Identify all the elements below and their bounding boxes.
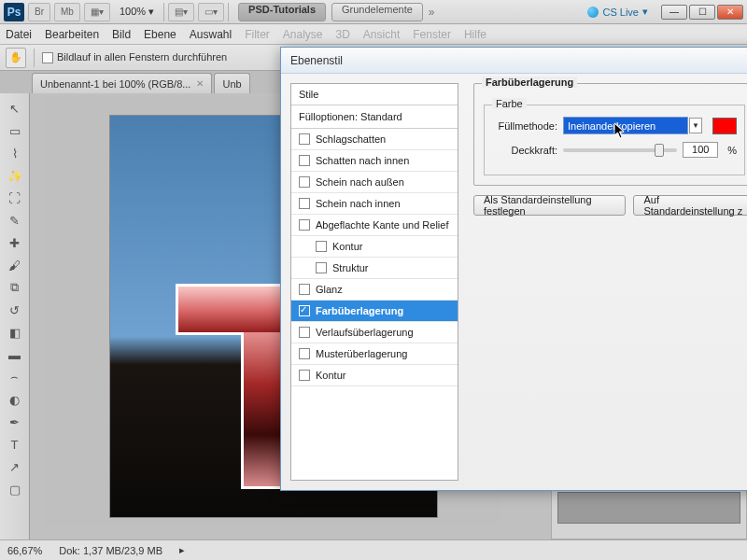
menu-bild[interactable]: Bild — [112, 28, 131, 41]
hand-tool-icon[interactable]: ✋ — [6, 48, 26, 68]
crop-tool-icon[interactable]: ⛶ — [2, 188, 28, 208]
document-tab[interactable]: Unb — [214, 73, 249, 93]
menu-filter[interactable]: Filter — [245, 28, 270, 41]
view-arrange-button[interactable]: ▦▾ — [84, 3, 110, 21]
divider — [228, 3, 229, 21]
menu-ebene[interactable]: Ebene — [144, 28, 176, 41]
divider — [34, 49, 35, 67]
dodge-tool-icon[interactable]: ◐ — [2, 389, 28, 410]
workspace-tab-active[interactable]: PSD-Tutorials — [238, 3, 326, 21]
blend-mode-label: Füllmethode: — [492, 120, 557, 132]
marquee-tool-icon[interactable]: ▭ — [2, 120, 28, 141]
divider — [163, 3, 164, 21]
dialog-titlebar[interactable]: Ebenenstil — [281, 48, 747, 74]
eraser-tool-icon[interactable]: ◧ — [2, 322, 28, 343]
style-texture[interactable]: Struktur — [291, 258, 458, 279]
scroll-all-checkbox[interactable]: Bildlauf in allen Fenstern durchführen — [42, 51, 227, 63]
workspace-tab[interactable]: Grundelemente — [331, 3, 423, 21]
zoom-percent[interactable]: 66,67% — [7, 545, 42, 556]
minimize-button[interactable]: — — [661, 5, 687, 20]
doc-size-display[interactable]: Dok: 1,37 MB/23,9 MB — [59, 545, 162, 556]
menu-bar: Datei Bearbeiten Bild Ebene Auswahl Filt… — [0, 24, 747, 45]
blend-mode-combo[interactable]: Ineinanderkopieren ▼ — [563, 117, 688, 134]
style-inner-shadow[interactable]: Schatten nach innen — [291, 150, 458, 172]
cs-live-button[interactable]: CS Live ▾ — [587, 6, 648, 18]
stamp-tool-icon[interactable]: ⧉ — [2, 277, 28, 298]
style-inner-glow[interactable]: Schein nach innen — [291, 193, 458, 215]
menu-hilfe[interactable]: Hilfe — [464, 28, 486, 41]
screenmode-button[interactable]: ▭▾ — [198, 3, 224, 21]
shape-tool-icon[interactable]: ▢ — [2, 479, 28, 499]
color-overlay-section: Farbüberlagerung Farbe Füllmethode: Inei… — [473, 83, 747, 186]
zoom-display[interactable]: 100% ▾ — [114, 6, 160, 18]
toolbox: ↖ ▭ ⌇ ✨ ⛶ ✎ ✚ 🖌 ⧉ ↺ ◧ ▬ ⌢ ◐ ✒ T ↗ ▢ — [0, 93, 30, 539]
styles-header[interactable]: Stile — [291, 84, 458, 105]
status-menu-icon[interactable]: ▸ — [179, 544, 185, 556]
workspace-more-icon[interactable]: » — [429, 6, 435, 19]
style-satin[interactable]: Glanz — [291, 279, 458, 301]
opacity-slider[interactable] — [563, 148, 677, 152]
blend-options-row[interactable]: Fülloptionen: Standard — [291, 105, 458, 129]
wand-tool-icon[interactable]: ✨ — [2, 165, 28, 186]
opacity-input[interactable]: 100 — [683, 142, 718, 158]
opacity-label: Deckkraft: — [492, 145, 557, 156]
style-color-overlay[interactable]: Farbüberlagerung — [291, 301, 458, 322]
gradient-tool-icon[interactable]: ▬ — [2, 344, 28, 365]
cs-live-icon — [587, 7, 599, 18]
menu-ansicht[interactable]: Ansicht — [363, 28, 400, 41]
chevron-down-icon[interactable]: ▼ — [689, 118, 702, 133]
eyedropper-tool-icon[interactable]: ✎ — [2, 210, 28, 231]
document-tab[interactable]: Unbenannt-1 bei 100% (RGB/8...✕ — [32, 73, 212, 93]
percent-label: % — [727, 145, 737, 156]
layer-style-dialog: Ebenenstil Stile Fülloptionen: Standard … — [280, 47, 747, 491]
menu-analyse[interactable]: Analyse — [283, 28, 323, 41]
style-gradient-overlay[interactable]: Verlaufsüberlagerung — [291, 322, 458, 343]
type-tool-icon[interactable]: T — [2, 434, 28, 455]
extras-button[interactable]: ▤▾ — [168, 3, 194, 21]
close-tab-icon[interactable]: ✕ — [196, 78, 204, 89]
path-tool-icon[interactable]: ↗ — [2, 456, 28, 477]
reset-default-button[interactable]: Auf Standardeinstellung z — [633, 195, 747, 216]
heal-tool-icon[interactable]: ✚ — [2, 232, 28, 253]
color-group: Farbe Füllmethode: Ineinanderkopieren ▼ … — [484, 105, 745, 175]
style-contour[interactable]: Kontur — [291, 236, 458, 258]
style-stroke[interactable]: Kontur — [291, 365, 458, 386]
minibridge-button[interactable]: Mb — [54, 3, 80, 21]
history-brush-icon[interactable]: ↺ — [2, 300, 28, 320]
overlay-color-swatch[interactable] — [712, 118, 737, 134]
style-outer-glow[interactable]: Schein nach außen — [291, 172, 458, 193]
style-bevel[interactable]: Abgeflachte Kante und Relief — [291, 215, 458, 236]
maximize-button[interactable]: ☐ — [689, 5, 715, 20]
app-title-bar: Ps Br Mb ▦▾ 100% ▾ ▤▾ ▭▾ PSD-Tutorials G… — [0, 0, 747, 24]
brush-tool-icon[interactable]: 🖌 — [2, 255, 28, 275]
menu-bearbeiten[interactable]: Bearbeiten — [45, 28, 99, 41]
section-title: Farbüberlagerung — [482, 77, 577, 88]
menu-auswahl[interactable]: Auswahl — [190, 28, 232, 41]
menu-datei[interactable]: Datei — [6, 28, 32, 41]
styles-list: Stile Fülloptionen: Standard Schlagschat… — [290, 83, 458, 481]
status-bar: 66,67% Dok: 1,37 MB/23,9 MB ▸ — [0, 539, 747, 560]
close-button[interactable]: ✕ — [717, 5, 743, 20]
menu-fenster[interactable]: Fenster — [413, 28, 451, 41]
move-tool-icon[interactable]: ↖ — [2, 98, 28, 119]
panel-strip-slot — [557, 492, 740, 524]
ps-logo: Ps — [4, 3, 24, 21]
style-pattern-overlay[interactable]: Musterüberlagerung — [291, 343, 458, 365]
pen-tool-icon[interactable]: ✒ — [2, 412, 28, 432]
lasso-tool-icon[interactable]: ⌇ — [2, 143, 28, 163]
style-drop-shadow[interactable]: Schlagschatten — [291, 129, 458, 150]
bridge-button[interactable]: Br — [28, 3, 50, 21]
blur-tool-icon[interactable]: ⌢ — [2, 367, 28, 387]
make-default-button[interactable]: Als Standardeinstellung festlegen — [473, 195, 626, 216]
color-group-legend: Farbe — [492, 98, 527, 109]
menu-3d[interactable]: 3D — [336, 28, 350, 41]
